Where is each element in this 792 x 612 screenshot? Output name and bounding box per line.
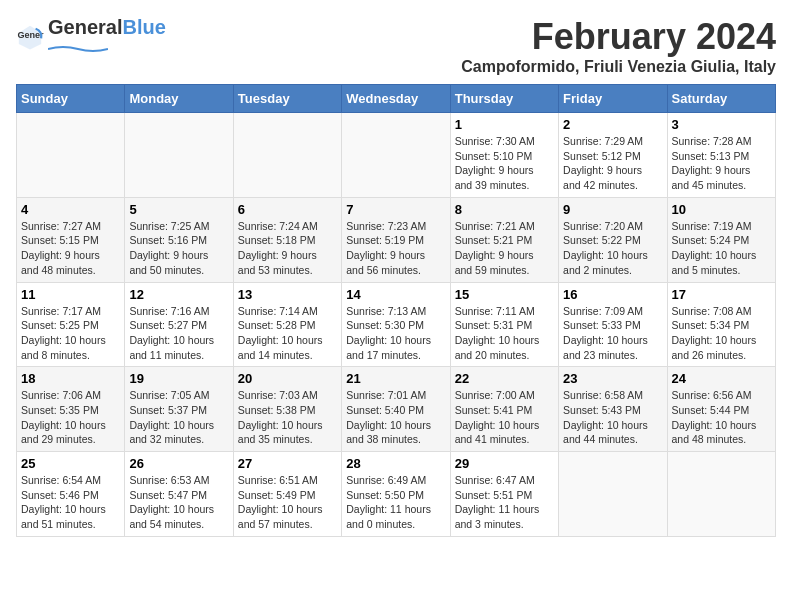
logo: General General Blue — [16, 16, 166, 57]
calendar-cell — [17, 113, 125, 198]
header-saturday: Saturday — [667, 85, 775, 113]
day-info: Sunrise: 6:54 AM Sunset: 5:46 PM Dayligh… — [21, 473, 120, 532]
day-info: Sunrise: 7:27 AM Sunset: 5:15 PM Dayligh… — [21, 219, 120, 278]
day-info: Sunrise: 6:49 AM Sunset: 5:50 PM Dayligh… — [346, 473, 445, 532]
calendar-cell: 18Sunrise: 7:06 AM Sunset: 5:35 PM Dayli… — [17, 367, 125, 452]
day-info: Sunrise: 7:16 AM Sunset: 5:27 PM Dayligh… — [129, 304, 228, 363]
calendar-cell: 3Sunrise: 7:28 AM Sunset: 5:13 PM Daylig… — [667, 113, 775, 198]
day-number: 17 — [672, 287, 771, 302]
header: General General Blue February 2024 Campo… — [16, 16, 776, 76]
calendar-week-row: 4Sunrise: 7:27 AM Sunset: 5:15 PM Daylig… — [17, 197, 776, 282]
day-info: Sunrise: 7:03 AM Sunset: 5:38 PM Dayligh… — [238, 388, 337, 447]
day-number: 24 — [672, 371, 771, 386]
calendar-cell: 25Sunrise: 6:54 AM Sunset: 5:46 PM Dayli… — [17, 452, 125, 537]
day-info: Sunrise: 7:14 AM Sunset: 5:28 PM Dayligh… — [238, 304, 337, 363]
calendar-cell: 5Sunrise: 7:25 AM Sunset: 5:16 PM Daylig… — [125, 197, 233, 282]
day-number: 12 — [129, 287, 228, 302]
day-number: 5 — [129, 202, 228, 217]
day-number: 1 — [455, 117, 554, 132]
day-number: 4 — [21, 202, 120, 217]
day-number: 14 — [346, 287, 445, 302]
calendar-cell: 27Sunrise: 6:51 AM Sunset: 5:49 PM Dayli… — [233, 452, 341, 537]
calendar-cell: 4Sunrise: 7:27 AM Sunset: 5:15 PM Daylig… — [17, 197, 125, 282]
day-info: Sunrise: 7:21 AM Sunset: 5:21 PM Dayligh… — [455, 219, 554, 278]
day-number: 13 — [238, 287, 337, 302]
header-friday: Friday — [559, 85, 667, 113]
day-info: Sunrise: 7:13 AM Sunset: 5:30 PM Dayligh… — [346, 304, 445, 363]
day-info: Sunrise: 7:28 AM Sunset: 5:13 PM Dayligh… — [672, 134, 771, 193]
calendar-cell: 10Sunrise: 7:19 AM Sunset: 5:24 PM Dayli… — [667, 197, 775, 282]
calendar-cell: 24Sunrise: 6:56 AM Sunset: 5:44 PM Dayli… — [667, 367, 775, 452]
day-info: Sunrise: 6:58 AM Sunset: 5:43 PM Dayligh… — [563, 388, 662, 447]
logo-text-area: General Blue — [48, 16, 166, 57]
subtitle: Campoformido, Friuli Venezia Giulia, Ita… — [461, 58, 776, 76]
calendar-body: 1Sunrise: 7:30 AM Sunset: 5:10 PM Daylig… — [17, 113, 776, 537]
calendar-week-row: 25Sunrise: 6:54 AM Sunset: 5:46 PM Dayli… — [17, 452, 776, 537]
day-number: 16 — [563, 287, 662, 302]
day-number: 25 — [21, 456, 120, 471]
day-number: 9 — [563, 202, 662, 217]
day-number: 21 — [346, 371, 445, 386]
calendar-week-row: 18Sunrise: 7:06 AM Sunset: 5:35 PM Dayli… — [17, 367, 776, 452]
calendar-cell: 19Sunrise: 7:05 AM Sunset: 5:37 PM Dayli… — [125, 367, 233, 452]
calendar-cell: 21Sunrise: 7:01 AM Sunset: 5:40 PM Dayli… — [342, 367, 450, 452]
calendar-cell: 6Sunrise: 7:24 AM Sunset: 5:18 PM Daylig… — [233, 197, 341, 282]
header-thursday: Thursday — [450, 85, 558, 113]
calendar-cell: 2Sunrise: 7:29 AM Sunset: 5:12 PM Daylig… — [559, 113, 667, 198]
calendar-cell: 1Sunrise: 7:30 AM Sunset: 5:10 PM Daylig… — [450, 113, 558, 198]
header-wednesday: Wednesday — [342, 85, 450, 113]
calendar-week-row: 1Sunrise: 7:30 AM Sunset: 5:10 PM Daylig… — [17, 113, 776, 198]
header-sunday: Sunday — [17, 85, 125, 113]
day-number: 27 — [238, 456, 337, 471]
title-section: February 2024 Campoformido, Friuli Venez… — [461, 16, 776, 76]
day-info: Sunrise: 7:08 AM Sunset: 5:34 PM Dayligh… — [672, 304, 771, 363]
logo-blue: Blue — [122, 16, 165, 39]
calendar-cell: 12Sunrise: 7:16 AM Sunset: 5:27 PM Dayli… — [125, 282, 233, 367]
day-number: 10 — [672, 202, 771, 217]
calendar-cell: 20Sunrise: 7:03 AM Sunset: 5:38 PM Dayli… — [233, 367, 341, 452]
day-info: Sunrise: 7:24 AM Sunset: 5:18 PM Dayligh… — [238, 219, 337, 278]
day-info: Sunrise: 7:11 AM Sunset: 5:31 PM Dayligh… — [455, 304, 554, 363]
calendar-cell: 11Sunrise: 7:17 AM Sunset: 5:25 PM Dayli… — [17, 282, 125, 367]
logo-wave — [48, 45, 108, 53]
calendar-cell: 15Sunrise: 7:11 AM Sunset: 5:31 PM Dayli… — [450, 282, 558, 367]
calendar-cell: 14Sunrise: 7:13 AM Sunset: 5:30 PM Dayli… — [342, 282, 450, 367]
calendar-cell — [125, 113, 233, 198]
calendar-cell — [667, 452, 775, 537]
calendar-cell — [559, 452, 667, 537]
calendar-cell — [233, 113, 341, 198]
header-monday: Monday — [125, 85, 233, 113]
calendar-cell: 8Sunrise: 7:21 AM Sunset: 5:21 PM Daylig… — [450, 197, 558, 282]
logo-general: General — [48, 16, 122, 39]
day-info: Sunrise: 7:23 AM Sunset: 5:19 PM Dayligh… — [346, 219, 445, 278]
day-number: 2 — [563, 117, 662, 132]
day-info: Sunrise: 6:53 AM Sunset: 5:47 PM Dayligh… — [129, 473, 228, 532]
day-number: 29 — [455, 456, 554, 471]
main-title: February 2024 — [461, 16, 776, 58]
day-info: Sunrise: 7:17 AM Sunset: 5:25 PM Dayligh… — [21, 304, 120, 363]
day-number: 23 — [563, 371, 662, 386]
day-number: 6 — [238, 202, 337, 217]
calendar-cell: 29Sunrise: 6:47 AM Sunset: 5:51 PM Dayli… — [450, 452, 558, 537]
day-info: Sunrise: 7:20 AM Sunset: 5:22 PM Dayligh… — [563, 219, 662, 278]
day-info: Sunrise: 7:01 AM Sunset: 5:40 PM Dayligh… — [346, 388, 445, 447]
day-info: Sunrise: 7:19 AM Sunset: 5:24 PM Dayligh… — [672, 219, 771, 278]
day-info: Sunrise: 7:29 AM Sunset: 5:12 PM Dayligh… — [563, 134, 662, 193]
day-number: 15 — [455, 287, 554, 302]
logo-icon: General — [16, 23, 44, 51]
day-number: 11 — [21, 287, 120, 302]
calendar-header-row: Sunday Monday Tuesday Wednesday Thursday… — [17, 85, 776, 113]
day-number: 22 — [455, 371, 554, 386]
calendar-cell: 9Sunrise: 7:20 AM Sunset: 5:22 PM Daylig… — [559, 197, 667, 282]
header-tuesday: Tuesday — [233, 85, 341, 113]
calendar-cell: 28Sunrise: 6:49 AM Sunset: 5:50 PM Dayli… — [342, 452, 450, 537]
calendar-cell: 26Sunrise: 6:53 AM Sunset: 5:47 PM Dayli… — [125, 452, 233, 537]
day-info: Sunrise: 7:05 AM Sunset: 5:37 PM Dayligh… — [129, 388, 228, 447]
calendar-cell: 13Sunrise: 7:14 AM Sunset: 5:28 PM Dayli… — [233, 282, 341, 367]
calendar-table: Sunday Monday Tuesday Wednesday Thursday… — [16, 84, 776, 537]
day-number: 18 — [21, 371, 120, 386]
day-info: Sunrise: 7:09 AM Sunset: 5:33 PM Dayligh… — [563, 304, 662, 363]
calendar-week-row: 11Sunrise: 7:17 AM Sunset: 5:25 PM Dayli… — [17, 282, 776, 367]
day-number: 28 — [346, 456, 445, 471]
day-number: 20 — [238, 371, 337, 386]
